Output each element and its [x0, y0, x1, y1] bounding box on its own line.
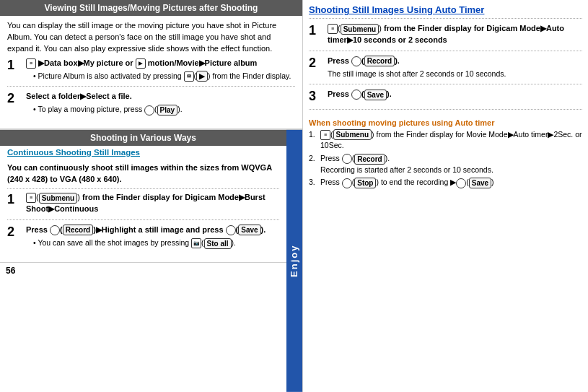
submenu-badge: Submenu	[39, 193, 78, 204]
save-badge: Save	[238, 225, 260, 235]
cam-icon: 📷	[191, 238, 201, 248]
step-content: Press (Record). Recording is started aft…	[320, 153, 493, 175]
moving-step-1: 1. ≡(Submenu) from the Finder display fo…	[309, 129, 582, 151]
shooting-header: Shooting in Various Ways	[0, 130, 286, 146]
bottom-content: Shooting in Various Ways Continuous Shoo…	[0, 130, 286, 392]
step-content: Press (Record). The still image is shot …	[328, 56, 582, 79]
step-number: 2	[7, 225, 22, 249]
stop-badge: Stop	[354, 178, 376, 188]
moving-step-2: 2. Press (Record). Recording is started …	[309, 153, 582, 175]
step-number: 1.	[309, 129, 320, 151]
right-step-1: 1 ≡(Submenu) from the Finder display for…	[309, 23, 582, 51]
viewing-header: Viewing Still Images/Moving Pictures aft…	[0, 0, 302, 16]
step-content: ≡(Submenu) from the Finder display for D…	[328, 23, 582, 46]
record-badge: Record	[354, 154, 385, 165]
record-badge: Record	[364, 56, 395, 66]
circle-btn	[342, 154, 352, 164]
circle-btn	[50, 225, 60, 235]
circle-btn	[351, 90, 361, 100]
viewing-section: Viewing Still Images/Moving Pictures aft…	[0, 0, 302, 129]
circle-btn	[144, 105, 154, 116]
motion-icon: ▶	[136, 58, 146, 69]
continuous-step-2: 2 Press (Record)▶Highlight a still image…	[7, 225, 279, 253]
record-badge: Record	[63, 225, 93, 235]
right-step-3: 3 Press ( Save ).	[309, 89, 582, 110]
step-number: 1	[309, 23, 323, 46]
continuous-step-1: 1 ≡(Submenu) from the Finder display for…	[7, 192, 279, 220]
submenu-badge: Submenu	[333, 129, 372, 140]
mail-icon: ✉	[184, 71, 194, 82]
menu-icon: ≡	[320, 130, 330, 140]
step-number: 2	[309, 56, 323, 79]
stoall-badge: Sto all	[204, 238, 232, 249]
viewing-description: You can display the still image or the m…	[7, 20, 295, 55]
menu-icon: ≡	[26, 193, 36, 203]
save-badge: Save	[364, 90, 387, 100]
step-content: ≡ ▶Data box▶My picture or ▶ motion/Movie…	[26, 58, 295, 82]
step-number: 3.	[309, 177, 320, 188]
play-badge: ▶	[196, 71, 208, 82]
moving-header: When shooting moving pictures using Auto…	[309, 118, 582, 127]
right-column: Shooting Still Images Using Auto Timer 1…	[303, 0, 588, 392]
moving-step-3: 3. Press ( Stop ) to end the recording ▶…	[309, 177, 582, 188]
circle-btn	[456, 178, 466, 188]
viewing-step-1: 1 ≡ ▶Data box▶My picture or ▶ motion/Mov…	[7, 58, 295, 87]
step-sub: Picture Album is also activated by press…	[26, 71, 295, 82]
step-content: Select a folder▶Select a file. To play a…	[26, 91, 295, 116]
step-content: ≡(Submenu) from the Finder display for M…	[320, 129, 582, 151]
step-content: Press (Record)▶Highlight a still image a…	[26, 225, 279, 249]
step-content: ≡(Submenu) from the Finder display for D…	[26, 192, 279, 215]
step-sub: To play a moving picture, press ( Play )…	[26, 104, 295, 116]
right-title: Shooting Still Images Using Auto Timer	[309, 4, 582, 19]
step-note: The still image is shot after 2 seconds …	[328, 69, 582, 79]
save-badge: Save	[469, 178, 491, 188]
continuous-header: Continuous Shooting Still Images	[0, 146, 286, 158]
bottom-section: Shooting in Various Ways Continuous Shoo…	[0, 129, 302, 392]
right-step-2: 2 Press (Record). The still image is sho…	[309, 56, 582, 84]
circle-btn	[351, 56, 361, 66]
step-sub: You can save all the shot images by pres…	[26, 238, 279, 249]
left-column: Viewing Still Images/Moving Pictures aft…	[0, 0, 303, 392]
menu-icon: ≡	[26, 58, 36, 67]
circle-btn	[226, 225, 236, 235]
play-badge: Play	[157, 105, 178, 116]
circle-btn	[342, 178, 352, 188]
step-number: 2	[7, 91, 22, 116]
step-number: 1	[7, 58, 22, 82]
step-number: 3	[309, 89, 323, 105]
enjoy-tab: Enjoy	[286, 130, 302, 392]
menu-icon: ≡	[328, 24, 338, 34]
recording-note: Recording is started after 2 seconds or …	[320, 165, 493, 174]
page-number: 56	[0, 262, 286, 279]
step-content: Press ( Save ).	[328, 89, 582, 105]
step-content: Press ( Stop ) to end the recording ▶( S…	[320, 177, 494, 188]
step-number: 1	[7, 192, 22, 215]
viewing-step-2: 2 Select a folder▶Select a file. To play…	[7, 91, 295, 120]
step-number: 2.	[309, 153, 320, 175]
viewing-body: You can display the still image or the m…	[0, 16, 302, 129]
submenu-badge: Submenu	[341, 24, 379, 35]
continuous-body: You can continuously shoot still images …	[0, 158, 286, 261]
